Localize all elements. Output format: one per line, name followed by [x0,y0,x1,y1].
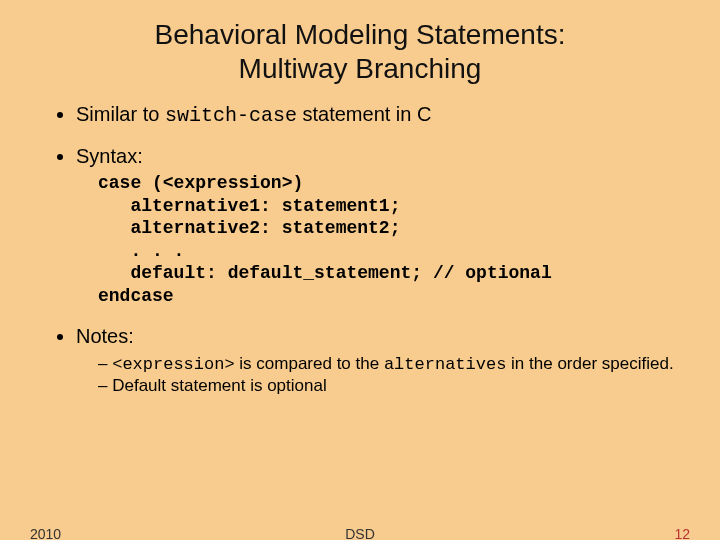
footer-page-number: 12 [674,526,690,540]
code-block: case (<expression>) alternative1: statem… [76,172,680,307]
notes-list: <expression> is compared to the alternat… [76,354,680,396]
bullet2-label: Syntax: [76,145,143,167]
code-alt2: alternative2: statement2; [98,218,400,238]
slide-body: Similar to switch-case statement in C Sy… [0,85,720,396]
note1-end: in the order specified. [506,354,673,373]
code-alt1: alternative1: statement1; [98,196,400,216]
code-comment: // optional [433,263,552,283]
bullet-similar: Similar to switch-case statement in C [76,103,680,127]
slide-title: Behavioral Modeling Statements: Multiway… [0,0,720,85]
title-line-2: Multiway Branching [239,53,482,84]
code-default-stmt: default_statement; [217,263,433,283]
bullet1-mono: switch-case [165,104,297,127]
note1-mid: is compared to the [235,354,384,373]
code-case-kw: case [98,173,141,193]
footer-course: DSD [0,526,720,540]
code-endcase: endcase [98,286,174,306]
bullet-list: Similar to switch-case statement in C Sy… [40,103,680,396]
note2-text: Default statement is optional [112,376,327,395]
note-2: Default statement is optional [98,376,680,396]
code-ellipsis: . . . [98,241,184,261]
bullet3-label: Notes: [76,325,134,347]
note1-alt: alternatives [384,355,506,374]
bullet-syntax: Syntax: case (<expression>) alternative1… [76,145,680,307]
code-default-kw: default: [98,263,217,283]
bullet-notes: Notes: <expression> is compared to the a… [76,325,680,396]
bullet1-post: statement in C [297,103,432,125]
bullet1-pre: Similar to [76,103,165,125]
slide: Behavioral Modeling Statements: Multiway… [0,0,720,540]
note-1: <expression> is compared to the alternat… [98,354,680,374]
title-line-1: Behavioral Modeling Statements: [155,19,566,50]
code-case-expr: (<expression>) [141,173,303,193]
note1-expr: <expression> [112,355,234,374]
